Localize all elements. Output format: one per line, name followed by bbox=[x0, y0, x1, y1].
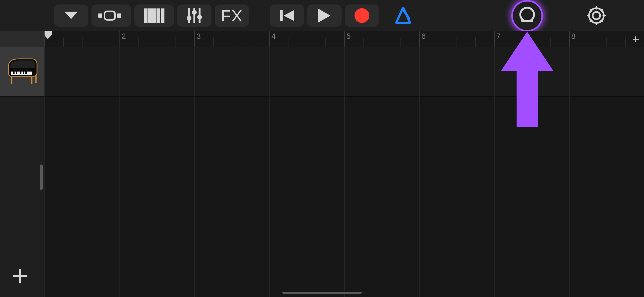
home-indicator[interactable] bbox=[282, 292, 362, 294]
chevron-down-icon bbox=[65, 12, 78, 20]
ruler-area[interactable]: 2345678 bbox=[44, 31, 644, 47]
svg-point-21 bbox=[593, 12, 600, 19]
mixer-button[interactable] bbox=[177, 4, 211, 27]
scroll-thumb[interactable] bbox=[40, 164, 43, 190]
bar-subtick bbox=[82, 37, 82, 47]
keyboard-icon bbox=[144, 8, 164, 23]
bar-marker: 7 bbox=[494, 31, 495, 47]
bar-marker: 4 bbox=[269, 31, 270, 47]
record-button[interactable] bbox=[345, 4, 379, 27]
svg-rect-36 bbox=[20, 72, 21, 74]
grid-line bbox=[269, 47, 270, 297]
svg-marker-32 bbox=[44, 31, 52, 39]
bar-subtick bbox=[588, 37, 588, 47]
rewind-button[interactable] bbox=[270, 4, 304, 27]
svg-rect-8 bbox=[161, 8, 164, 23]
transport-group bbox=[270, 4, 420, 27]
add-track-button[interactable] bbox=[12, 268, 28, 285]
svg-rect-1 bbox=[98, 13, 102, 18]
bar-subtick bbox=[138, 37, 139, 47]
settings-button[interactable] bbox=[586, 4, 607, 27]
grand-piano-icon bbox=[6, 57, 38, 87]
svg-point-12 bbox=[192, 10, 197, 15]
svg-rect-35 bbox=[16, 72, 17, 74]
grid-line bbox=[494, 47, 495, 297]
grid-line bbox=[44, 47, 45, 297]
track-media-toggle-button[interactable] bbox=[91, 4, 131, 27]
bar-marker: 5 bbox=[344, 31, 345, 47]
play-button[interactable] bbox=[307, 4, 342, 27]
bar-marker: 8 bbox=[569, 31, 570, 47]
svg-rect-3 bbox=[117, 13, 121, 18]
svg-marker-17 bbox=[318, 9, 330, 22]
bar-subtick bbox=[213, 37, 214, 47]
bar-subtick bbox=[157, 37, 157, 47]
ruler-header-spacer bbox=[0, 31, 44, 47]
grid-line bbox=[569, 47, 570, 297]
record-icon bbox=[355, 8, 369, 23]
bar-subtick bbox=[401, 37, 401, 47]
svg-rect-6 bbox=[152, 8, 156, 23]
svg-rect-5 bbox=[148, 8, 152, 23]
svg-rect-2 bbox=[104, 11, 115, 20]
fx-label: FX bbox=[221, 6, 243, 25]
track-headers bbox=[0, 47, 44, 297]
bar-marker bbox=[44, 31, 45, 47]
bar-subtick bbox=[232, 37, 232, 47]
bar-subtick bbox=[625, 37, 626, 47]
bar-subtick bbox=[63, 37, 64, 47]
song-menu-button[interactable] bbox=[54, 4, 88, 27]
bar-number: 3 bbox=[196, 32, 201, 41]
bar-subtick bbox=[251, 37, 251, 47]
bar-subtick bbox=[307, 37, 307, 47]
bar-marker: 3 bbox=[194, 31, 195, 47]
metronome-button[interactable] bbox=[386, 4, 420, 27]
svg-rect-4 bbox=[144, 8, 148, 23]
add-bar-button[interactable]: + bbox=[632, 34, 639, 44]
bar-subtick bbox=[325, 37, 326, 47]
svg-rect-15 bbox=[280, 10, 283, 21]
bar-subtick bbox=[438, 37, 438, 47]
svg-marker-0 bbox=[65, 12, 78, 19]
bar-marker: 6 bbox=[419, 31, 420, 47]
loop-browser-button[interactable] bbox=[511, 0, 543, 32]
toolbar-left-group: FX bbox=[54, 4, 249, 27]
bar-subtick bbox=[532, 37, 532, 47]
track-lanes[interactable] bbox=[44, 47, 644, 297]
playhead-marker-icon[interactable] bbox=[44, 31, 52, 39]
svg-rect-37 bbox=[23, 72, 24, 74]
metronome-icon bbox=[395, 7, 412, 24]
svg-point-14 bbox=[197, 15, 202, 20]
svg-line-20 bbox=[403, 10, 409, 18]
instrument-view-button[interactable] bbox=[134, 4, 174, 27]
gear-icon bbox=[587, 6, 606, 25]
plus-icon bbox=[12, 268, 28, 284]
bar-subtick bbox=[176, 37, 176, 47]
bar-number: 5 bbox=[346, 32, 351, 41]
track-header-piano[interactable] bbox=[0, 47, 44, 97]
toolbar: FX bbox=[0, 0, 644, 31]
svg-point-10 bbox=[187, 16, 191, 21]
svg-point-18 bbox=[355, 8, 369, 23]
svg-rect-7 bbox=[157, 8, 160, 23]
bar-subtick bbox=[101, 37, 101, 47]
bar-number: 8 bbox=[571, 32, 576, 41]
bar-number: 4 bbox=[272, 32, 276, 41]
bar-number: 6 bbox=[421, 32, 426, 41]
rewind-icon bbox=[280, 9, 294, 22]
bar-subtick bbox=[513, 37, 513, 47]
grid-line bbox=[119, 47, 120, 297]
bar-number: 7 bbox=[496, 32, 501, 41]
timeline-ruler[interactable]: 2345678 + bbox=[0, 31, 644, 47]
bar-subtick bbox=[363, 37, 364, 47]
grid-line bbox=[344, 47, 345, 297]
bar-number: 2 bbox=[122, 32, 126, 41]
fx-button[interactable]: FX bbox=[215, 4, 249, 27]
svg-rect-38 bbox=[25, 72, 27, 74]
bar-subtick bbox=[457, 37, 457, 47]
bar-marker: 2 bbox=[119, 31, 120, 47]
loop-icon bbox=[518, 7, 536, 25]
grid-line bbox=[419, 47, 420, 297]
tracks-area bbox=[0, 47, 644, 297]
svg-marker-16 bbox=[284, 10, 294, 21]
